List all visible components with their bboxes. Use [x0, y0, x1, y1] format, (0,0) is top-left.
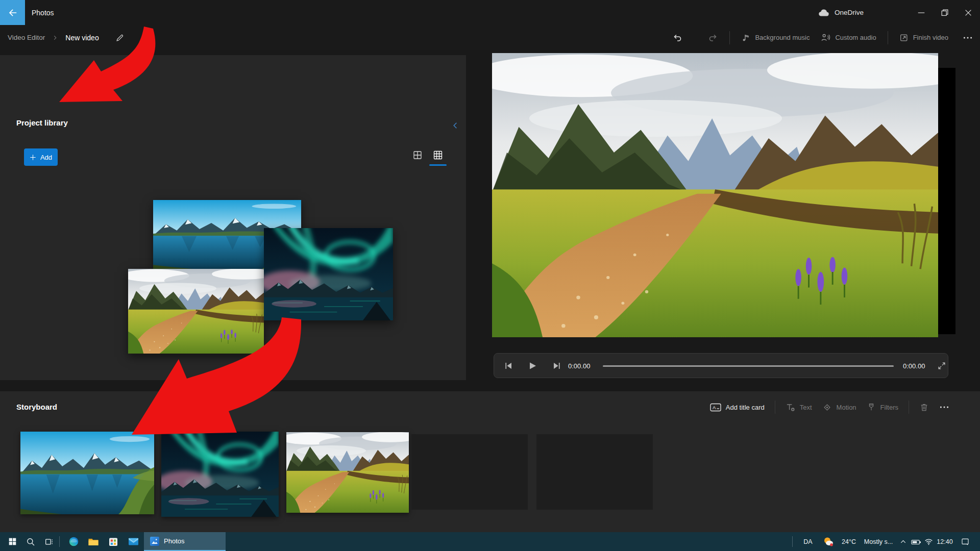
delete-clip-icon[interactable]: [919, 403, 929, 412]
photos-app-icon: [150, 537, 159, 546]
chevron-up-icon: [900, 538, 906, 545]
windows-taskbar: Photos DA 24°C Mostly s... 12:40: [0, 532, 980, 551]
weather-condition-label[interactable]: Mostly s...: [861, 532, 896, 551]
storyboard-empty-slot: [536, 434, 653, 510]
search-icon: [26, 537, 35, 546]
minimize-button[interactable]: [910, 0, 933, 25]
small-grid-view-toggle[interactable]: [433, 150, 443, 160]
breadcrumb-video-editor[interactable]: Video Editor: [8, 34, 45, 41]
back-arrow-icon: [8, 8, 18, 18]
maximize-restore-button[interactable]: [933, 0, 957, 25]
motion-icon: [822, 403, 832, 412]
library-photo-aurora[interactable]: [264, 228, 393, 320]
taskbar-active-app-photos[interactable]: Photos: [144, 532, 226, 551]
wifi-icon: [924, 537, 933, 546]
onedrive-cloud-icon: [818, 9, 830, 17]
large-grid-view-toggle[interactable]: [412, 150, 423, 160]
next-frame-button[interactable]: [552, 361, 562, 371]
store-taskbar-button[interactable]: [104, 532, 122, 551]
custom-audio-icon: [821, 33, 830, 42]
taskbar-search-button[interactable]: [22, 532, 39, 551]
video-preview-frame: [492, 53, 938, 337]
project-title-tab[interactable]: New video: [65, 34, 99, 42]
notification-icon: [961, 538, 970, 546]
previous-frame-button[interactable]: [503, 361, 513, 371]
mail-icon: [128, 537, 139, 546]
taskbar-divider: [59, 536, 60, 547]
storyboard-separator: [909, 400, 909, 414]
add-media-button[interactable]: Add: [24, 148, 58, 166]
undo-button[interactable]: [672, 33, 682, 43]
back-button[interactable]: [0, 0, 25, 25]
storyboard-clip-2[interactable]: [161, 432, 279, 517]
start-button[interactable]: [4, 532, 20, 551]
edge-browser-icon: [68, 536, 79, 547]
clock[interactable]: 12:40: [934, 532, 955, 551]
edge-taskbar-button[interactable]: [64, 532, 83, 551]
svg-text:A: A: [713, 405, 716, 410]
battery-tray-item[interactable]: [910, 532, 923, 551]
battery-icon: [911, 537, 922, 546]
storyboard-separator: [775, 400, 775, 414]
custom-audio-button[interactable]: Custom audio: [821, 33, 876, 42]
mail-taskbar-button[interactable]: [124, 532, 142, 551]
file-explorer-icon: [88, 537, 99, 546]
elapsed-time: 0:00.00: [568, 362, 590, 370]
storyboard-more-options-icon[interactable]: [939, 402, 949, 412]
close-button[interactable]: [957, 0, 980, 25]
playback-controls-bar: 0:00.00 0:00.00: [494, 353, 948, 378]
language-indicator[interactable]: DA: [799, 532, 817, 551]
windows-logo-icon: [8, 537, 17, 546]
restore-icon: [940, 8, 949, 17]
storyboard-clip-3[interactable]: [286, 432, 409, 513]
microsoft-store-icon: [108, 537, 118, 547]
weather-tray-item[interactable]: [821, 532, 836, 551]
more-options-icon[interactable]: [963, 33, 973, 43]
filters-button[interactable]: Filters: [867, 403, 898, 412]
music-note-icon: [741, 33, 750, 42]
minimize-icon: [917, 8, 926, 17]
grid-view-selected-underline: [429, 164, 447, 166]
title-card-icon: A: [710, 403, 721, 412]
task-view-button[interactable]: [41, 532, 57, 551]
library-photo-valley-road[interactable]: [128, 269, 264, 354]
app-title: Photos: [32, 0, 54, 25]
finish-video-icon: [899, 33, 909, 42]
storyboard-title: Storyboard: [16, 403, 57, 411]
plus-icon: [30, 154, 36, 161]
toolbar-separator: [729, 31, 730, 44]
editor-toolbar-row: Video Editor New video Background music …: [0, 25, 980, 50]
fullscreen-icon[interactable]: [937, 361, 946, 370]
task-view-icon: [44, 537, 54, 546]
total-time: 0:00.00: [903, 362, 925, 370]
tray-divider: [792, 536, 793, 547]
text-tool-icon: [786, 403, 795, 412]
add-title-card-button[interactable]: A Add title card: [710, 403, 765, 412]
network-tray-item[interactable]: [923, 532, 934, 551]
onedrive-label: OneDrive: [835, 9, 864, 16]
rename-pencil-icon[interactable]: [115, 33, 125, 42]
preview-letterbox: [938, 68, 955, 334]
filters-icon: [867, 403, 876, 412]
file-explorer-taskbar-button[interactable]: [84, 532, 103, 551]
onedrive-status[interactable]: OneDrive: [818, 0, 864, 25]
storyboard-clip-1[interactable]: [20, 432, 154, 514]
title-bar: Photos OneDrive: [0, 0, 980, 25]
redo-button[interactable]: [708, 33, 718, 43]
weather-icon: [823, 536, 834, 547]
storyboard-panel: Storyboard A Add title card Text Motion …: [0, 391, 980, 532]
toolbar-separator: [888, 31, 888, 44]
action-center-button[interactable]: [958, 532, 973, 551]
photos-app-window: Photos OneDrive Video Editor New video: [0, 0, 980, 551]
seek-slider[interactable]: [603, 365, 894, 367]
background-music-button[interactable]: Background music: [741, 33, 810, 42]
text-tool-button[interactable]: Text: [786, 403, 812, 412]
temperature-label[interactable]: 24°C: [838, 532, 860, 551]
storyboard-empty-slot: [411, 434, 528, 510]
close-icon: [964, 8, 973, 17]
finish-video-button[interactable]: Finish video: [899, 33, 948, 42]
collapse-panel-chevron-icon[interactable]: [451, 121, 459, 130]
play-button[interactable]: [527, 361, 537, 371]
motion-button[interactable]: Motion: [822, 403, 856, 412]
show-hidden-icons-button[interactable]: [897, 532, 909, 551]
